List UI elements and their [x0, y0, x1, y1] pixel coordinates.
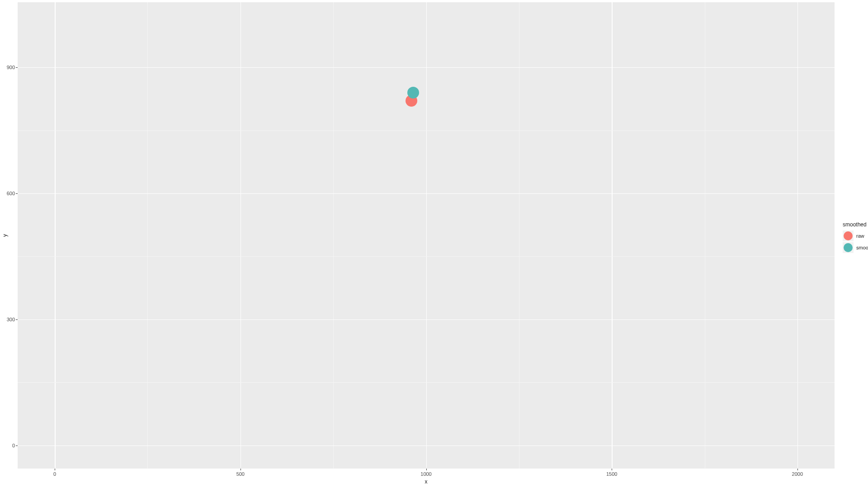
legend-key [843, 230, 854, 241]
y-tick-mark [16, 446, 18, 446]
y-tick-mark [16, 67, 18, 68]
grid-minor-h [18, 256, 835, 257]
grid-major-v [612, 2, 612, 469]
y-tick-mark [16, 193, 18, 194]
legend-item: smooth [843, 242, 868, 253]
x-tick-mark [426, 469, 427, 470]
legend: smoothed rawsmooth [843, 221, 868, 254]
x-tick-mark [612, 469, 612, 470]
x-tick-mark [55, 469, 55, 470]
grid-minor-v [519, 2, 519, 469]
grid-minor-h [18, 131, 835, 131]
x-tick-label: 2000 [792, 471, 803, 477]
grid-minor-h [18, 382, 835, 383]
x-tick-label: 1000 [420, 471, 431, 477]
data-point [407, 87, 419, 99]
grid-major-h [18, 446, 835, 446]
legend-item: raw [843, 230, 868, 241]
legend-label: raw [856, 233, 864, 239]
y-tick-mark [16, 319, 18, 320]
legend-label: smooth [856, 245, 868, 250]
grid-major-v [241, 2, 241, 469]
y-tick-label: 600 [7, 191, 15, 196]
legend-key [843, 242, 854, 253]
y-tick-label: 900 [7, 65, 15, 70]
x-tick-label: 500 [236, 471, 245, 477]
grid-major-v [426, 2, 427, 469]
grid-minor-v [333, 2, 334, 469]
plot-panel [18, 2, 835, 469]
x-tick-mark [797, 469, 798, 470]
x-tick-mark [241, 469, 241, 470]
grid-major-h [18, 67, 835, 68]
y-axis-title: y [2, 234, 8, 237]
grid-minor-v [705, 2, 705, 469]
y-tick-label: 0 [12, 443, 15, 448]
x-tick-label: 1500 [606, 471, 617, 477]
legend-dot-icon [844, 231, 853, 240]
chart-stage: x y smoothed rawsmooth 05001000150020000… [0, 0, 868, 488]
x-axis-title: x [425, 479, 428, 485]
x-tick-label: 0 [53, 471, 56, 477]
legend-dot-icon [844, 243, 853, 252]
grid-major-h [18, 319, 835, 320]
grid-major-h [18, 193, 835, 194]
y-tick-label: 300 [7, 317, 15, 322]
legend-title: smoothed [843, 221, 868, 228]
grid-major-v [797, 2, 798, 469]
grid-minor-v [147, 2, 148, 469]
grid-major-v [55, 2, 55, 469]
